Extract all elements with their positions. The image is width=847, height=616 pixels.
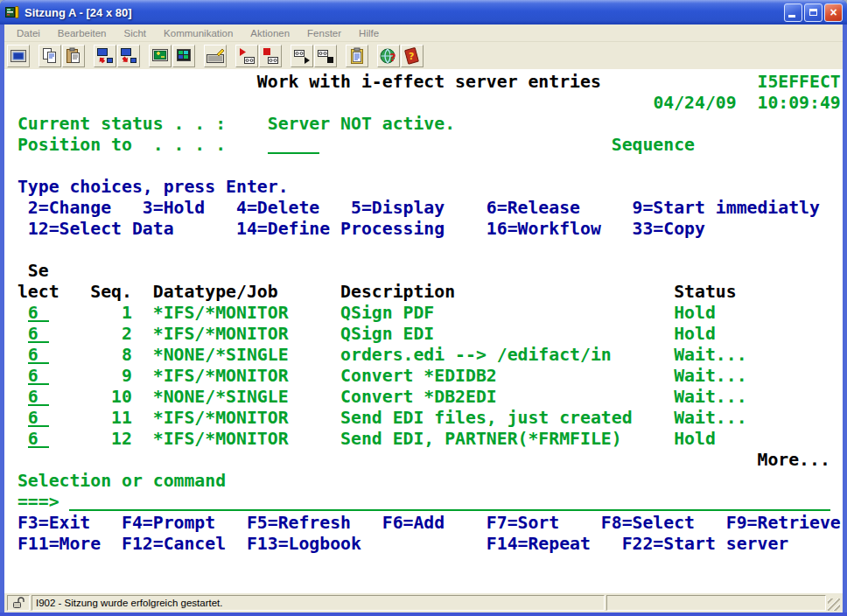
col-header-seq: Seq.	[90, 282, 132, 303]
col-header-description: Description	[340, 282, 455, 303]
session-window-icon	[9, 46, 28, 66]
status-value: Wait...	[674, 345, 746, 366]
instruction-text: Type choices, press Enter.	[18, 177, 289, 198]
datatype-value: *IFS/*MONITOR	[153, 408, 289, 429]
tool-bar: ? ?	[4, 42, 843, 69]
table-header-line-2: lect Seq. Datatype/Job Description Statu…	[7, 282, 843, 303]
position-to-line: Position to . . . . Sequence	[7, 135, 843, 156]
fkeys-line-1: F3=Exit F4=Prompt F5=Refresh F6=Add F7=S…	[7, 513, 843, 534]
terminal-screen[interactable]: Work with i-effect server entries I5EFFE…	[4, 69, 843, 593]
status-value: Wait...	[674, 387, 746, 408]
keyboard-setup-button[interactable]	[204, 45, 227, 67]
title-bar[interactable]: Sitzung A - [24 x 80] ×	[0, 0, 847, 24]
seq-value: 8	[90, 345, 132, 366]
web-help-button[interactable]: ?	[377, 45, 400, 67]
copy-button[interactable]	[38, 45, 61, 67]
color-setup-icon	[174, 46, 193, 66]
description-value: orders.edi --> /edifact/in	[340, 345, 612, 366]
macro-record-button[interactable]	[259, 45, 282, 67]
table-row: 6 2 *IFS/*MONITOR QSign EDI Hold	[7, 324, 843, 345]
selection-label: Selection or command	[18, 471, 226, 492]
copy-icon	[40, 46, 60, 66]
help-button[interactable]: ?	[401, 45, 424, 67]
options-text-2: 12=Select Data 14=Define Processing 16=W…	[28, 219, 705, 240]
maximize-button[interactable]	[804, 4, 822, 22]
description-value: QSign EDI	[340, 324, 434, 345]
receive-file-button[interactable]	[94, 45, 116, 67]
paste-icon	[64, 46, 83, 66]
status-message-panel: I902 - Sitzung wurde erfolgreich gestart…	[32, 595, 605, 611]
command-line: ===>	[7, 492, 843, 513]
select-input[interactable]: 6	[28, 345, 49, 364]
datatype-value: *NONE/*SINGLE	[153, 345, 289, 366]
security-panel	[7, 595, 30, 611]
clipboard-button[interactable]	[346, 45, 368, 67]
current-status-line: Current status . . : Server NOT active.	[7, 114, 843, 135]
fkeys-text-1: F3=Exit F4=Prompt F5=Refresh F6=Add F7=S…	[18, 513, 841, 534]
select-input[interactable]: 6	[28, 429, 49, 448]
display-setup-icon	[150, 46, 170, 66]
datatype-value: *IFS/*MONITOR	[153, 324, 289, 345]
close-button[interactable]: ×	[824, 4, 843, 22]
status-value: Wait...	[674, 366, 746, 387]
send-file-icon	[119, 46, 138, 66]
menu-hilfe[interactable]: Hilfe	[350, 26, 388, 40]
menu-aktionen[interactable]: Aktionen	[242, 26, 298, 40]
table-row: 6 1 *IFS/*MONITOR QSign PDF Hold	[7, 303, 843, 324]
status-spare-panel	[606, 595, 826, 611]
display-setup-button[interactable]	[149, 45, 172, 67]
minimize-button[interactable]	[784, 4, 802, 22]
status-message: I902 - Sitzung wurde erfolgreich gestart…	[36, 598, 223, 608]
svg-text:?: ?	[389, 51, 396, 64]
col-header-datatype: Datatype/Job	[153, 282, 278, 303]
current-status-label: Current status . . :	[18, 114, 226, 135]
paste-button[interactable]	[62, 45, 85, 67]
select-input[interactable]: 6	[28, 387, 49, 406]
emulator-window: Sitzung A - [24 x 80] × Datei Bearbeiten…	[0, 0, 847, 616]
status-bar: I902 - Sitzung wurde erfolgreich gestart…	[4, 593, 843, 612]
menu-sicht[interactable]: Sicht	[115, 26, 155, 40]
seq-value: 2	[90, 324, 132, 345]
resize-grip[interactable]	[828, 598, 840, 611]
seq-value: 10	[90, 387, 132, 408]
table-row: 6 8 *NONE/*SINGLE orders.edi --> /edifac…	[7, 345, 843, 366]
select-input[interactable]: 6	[28, 303, 49, 322]
macro-play-stop-button[interactable]	[290, 45, 313, 67]
receive-file-icon	[95, 46, 115, 66]
description-value: Convert *EDIDB2	[340, 366, 497, 387]
col-header-status: Status	[674, 282, 736, 303]
select-input[interactable]: 6	[28, 366, 49, 385]
fkeys-text-2: F11=More F12=Cancel F13=Logbook F14=Repe…	[18, 534, 788, 555]
options-text-1: 2=Change 3=Hold 4=Delete 5=Display 6=Rel…	[28, 198, 820, 219]
options-line-1: 2=Change 3=Hold 4=Delete 5=Display 6=Rel…	[7, 198, 843, 219]
description-value: Convert *DB2EDI	[340, 387, 497, 408]
datatype-value: *NONE/*SINGLE	[153, 387, 289, 408]
description-value: Send EDI, PARTNER(*FRMFILE)	[340, 429, 622, 450]
keyboard-setup-icon	[206, 46, 225, 66]
app-icon	[5, 5, 19, 19]
options-line-2: 12=Select Data 14=Define Processing 16=W…	[7, 219, 843, 240]
select-input[interactable]: 6	[28, 324, 49, 343]
macro-record-stop-button[interactable]	[314, 45, 337, 67]
session-window-button[interactable]	[7, 45, 30, 67]
color-setup-button[interactable]	[172, 45, 195, 67]
maximize-icon	[809, 9, 817, 16]
menu-bearbeiten[interactable]: Bearbeiten	[49, 26, 116, 40]
position-to-label: Position to . . . .	[18, 135, 226, 156]
command-prompt: ===>	[18, 492, 60, 513]
macro-play-button[interactable]	[235, 45, 258, 67]
send-file-button[interactable]	[117, 45, 140, 67]
menu-bar: Datei Bearbeiten Sicht Kommunikation Akt…	[4, 24, 843, 42]
menu-fenster[interactable]: Fenster	[298, 26, 350, 40]
table-row: 6 9 *IFS/*MONITOR Convert *EDIDB2 Wait..…	[7, 366, 843, 387]
sequence-label: Sequence	[612, 135, 695, 156]
date-time: 04/24/09 10:09:49	[653, 93, 840, 114]
select-input[interactable]: 6	[28, 408, 49, 427]
minimize-icon	[788, 15, 795, 18]
command-input[interactable]	[69, 492, 830, 511]
selection-line: Selection or command	[7, 471, 843, 492]
clipboard-icon	[347, 46, 367, 66]
menu-datei[interactable]: Datei	[8, 26, 49, 40]
position-to-input[interactable]	[268, 135, 320, 154]
menu-kommunikation[interactable]: Kommunikation	[155, 26, 242, 40]
